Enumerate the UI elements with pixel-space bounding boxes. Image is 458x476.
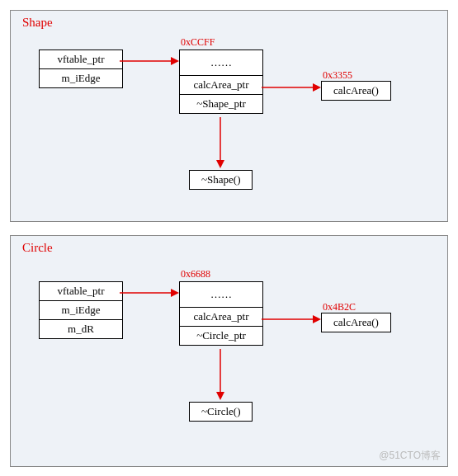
cell: m_iEdge <box>40 301 123 320</box>
fn-label: calcArea() <box>333 316 379 328</box>
arrow-icon <box>120 288 179 298</box>
svg-marker-5 <box>216 160 224 168</box>
fn-label: ~Shape() <box>201 173 240 186</box>
shape-vtable: …… calcArea_ptr ~Shape_ptr <box>179 49 263 114</box>
fn-label: ~Circle() <box>201 405 240 417</box>
circle-dtor-box: ~Circle() <box>189 402 253 422</box>
svg-marker-3 <box>313 83 321 92</box>
cell: m_dR <box>40 320 123 339</box>
shape-panel: Shape vftable_ptr m_iEdge 0xCCFF …… calc… <box>10 10 448 222</box>
cell: …… <box>180 282 263 308</box>
circle-title: Circle <box>22 241 436 255</box>
circle-vtable-addr: 0x6688 <box>181 268 210 280</box>
arrow-icon <box>120 56 179 66</box>
watermark: @51CTO博客 <box>379 449 441 463</box>
cell: vftable_ptr <box>40 282 123 301</box>
cell: ~Circle_ptr <box>180 327 263 346</box>
fn-label: calcArea() <box>333 84 379 97</box>
shape-calcarea-box: calcArea() <box>321 81 391 101</box>
shape-fn1-addr: 0x3355 <box>323 69 352 82</box>
svg-marker-11 <box>216 392 224 400</box>
circle-vtable: …… calcArea_ptr ~Circle_ptr <box>179 281 263 346</box>
circle-panel: Circle vftable_ptr m_iEdge m_dR 0x6688 …… <box>10 235 448 467</box>
cell: vftable_ptr <box>40 50 123 69</box>
shape-object-table: vftable_ptr m_iEdge <box>39 49 123 88</box>
cell: m_iEdge <box>40 69 123 88</box>
arrow-icon <box>215 117 225 168</box>
svg-marker-1 <box>171 57 179 65</box>
arrow-icon <box>262 314 321 324</box>
circle-calcarea-box: calcArea() <box>321 313 391 332</box>
cell: …… <box>180 50 263 76</box>
arrow-icon <box>262 82 321 92</box>
svg-marker-9 <box>313 315 321 323</box>
cell: calcArea_ptr <box>180 308 263 327</box>
shape-vtable-addr: 0xCCFF <box>181 36 215 49</box>
shape-title: Shape <box>22 16 436 30</box>
svg-marker-7 <box>171 289 179 297</box>
shape-dtor-box: ~Shape() <box>189 170 253 190</box>
cell: calcArea_ptr <box>180 76 263 95</box>
circle-fn1-addr: 0x4B2C <box>323 301 356 313</box>
arrow-icon <box>215 349 225 400</box>
circle-object-table: vftable_ptr m_iEdge m_dR <box>39 281 123 339</box>
cell: ~Shape_ptr <box>180 95 263 114</box>
